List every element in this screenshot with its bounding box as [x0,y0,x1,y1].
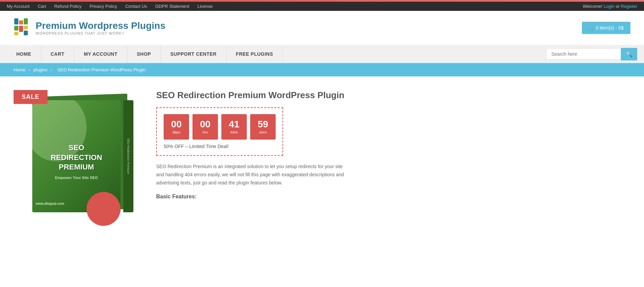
product-box: SEOREDIRECTIONPREMIUM Empower Your Site … [14,90,143,216]
timer-secs-label: secs [259,130,267,134]
timer-mins-value: 41 [229,120,239,129]
timer-mins: 41 mins [221,114,247,140]
topnav-license[interactable]: License [198,4,213,9]
breadcrumb-sep2: › [51,67,53,72]
timer-hrs: 00 hrs [192,114,218,140]
cart-header-button[interactable]: 🛒 0 item(s) - 0$ [582,22,630,34]
nav-support-center[interactable]: SUPPORT CENTER [161,45,226,63]
box-side-text: SEO Redirection Premium [127,138,130,174]
box-main-text: SEOREDIRECTIONPREMIUM [51,143,102,172]
breadcrumb-sep1: › [29,67,31,72]
topnav-contact-us[interactable]: Contact Us [125,4,147,9]
search-icon: 🔍 [626,51,632,57]
svg-rect-6 [14,32,18,35]
search-area: 🔍 [546,48,637,60]
countdown-timers: 00 days 00 hrs 41 mins 59 secs [164,114,276,140]
box-outer: SEOREDIRECTIONPREMIUM Empower Your Site … [32,90,127,216]
logo-subtitle: WORDPRESS PLUGINS THAT JUST WORK!! [36,31,165,35]
logo-area: Premium Wordpress Plugins WORDPRESS PLUG… [14,18,165,38]
nav-shop[interactable]: SHOP [127,45,161,63]
nav-cart[interactable]: CART [41,45,74,63]
svg-rect-3 [14,26,18,31]
box-front-text: SEOREDIRECTIONPREMIUM Empower Your Site … [51,133,102,180]
timer-mins-label: mins [230,130,238,134]
product-info: SEO Redirection Premium WordPress Plugin… [156,90,394,216]
top-bar-right: Welcome! Login or Register [583,4,637,9]
svg-rect-0 [14,18,18,24]
nav-items: HOME CART MY ACCOUNT SHOP SUPPORT CENTER… [7,45,283,63]
red-circle [87,192,121,226]
box-side: SEO Redirection Premium [123,100,133,212]
logo-icon [14,18,32,38]
timer-hrs-value: 00 [200,120,210,129]
nav-bar: HOME CART MY ACCOUNT SHOP SUPPORT CENTER… [0,45,644,63]
breadcrumb-current: SEO Redirection Premium WordPress Plugin [57,67,146,72]
box-bottom-text: www.dleguai.com [36,202,64,205]
timer-days-label: days [172,130,180,134]
countdown-box: 00 days 00 hrs 41 mins 59 secs 50% OFF –… [156,107,283,156]
product-description: SEO Redirection Premium is an integrated… [156,163,346,187]
nav-home[interactable]: HOME [7,45,41,63]
nav-my-account[interactable]: MY ACCOUNT [74,45,127,63]
timer-days: 00 days [164,114,189,140]
svg-rect-5 [24,26,28,29]
timer-days-value: 00 [171,120,182,129]
deal-text: 50% OFF – Limited Time Deal! [164,144,276,149]
top-bar-nav: My Account Cart Refund Policy Privacy Po… [7,4,213,9]
register-link[interactable]: Register [621,4,637,9]
welcome-text: Welcome! [583,4,603,9]
breadcrumb: Home › plugins › SEO Redirection Premium… [0,63,644,76]
svg-rect-1 [19,20,23,24]
login-link[interactable]: Login [604,4,614,9]
topnav-refund-policy[interactable]: Refund Policy [54,4,81,9]
product-image-area: SALE SEOREDIRECTIONPREMIUM Empower Your … [14,90,143,216]
search-input[interactable] [546,48,621,60]
svg-rect-4 [19,26,23,32]
timer-hrs-label: hrs [203,130,208,134]
svg-rect-7 [24,31,28,35]
search-button[interactable]: 🔍 [621,48,637,60]
topnav-gdpr[interactable]: GDPR Statement [155,4,189,9]
timer-secs-value: 59 [258,120,268,129]
breadcrumb-plugins[interactable]: plugins [33,67,47,72]
main-content: SALE SEOREDIRECTIONPREMIUM Empower Your … [0,76,407,229]
logo-title: Premium Wordpress Plugins [36,20,165,31]
or-text: or [615,4,621,9]
nav-free-plugins[interactable]: FREE PLUGINS [226,45,283,63]
basic-features-title: Basic Features: [156,194,394,200]
top-bar: My Account Cart Refund Policy Privacy Po… [0,2,644,11]
product-title: SEO Redirection Premium WordPress Plugin [156,90,394,101]
breadcrumb-home[interactable]: Home [14,67,25,72]
header: Premium Wordpress Plugins WORDPRESS PLUG… [0,11,644,45]
box-sub-text: Empower Your Site SEO [51,176,102,180]
topnav-cart[interactable]: Cart [38,4,46,9]
timer-secs: 59 secs [250,114,276,140]
topnav-my-account[interactable]: My Account [7,4,30,9]
svg-rect-2 [24,18,28,24]
sale-badge: SALE [14,90,48,104]
logo-text-area: Premium Wordpress Plugins WORDPRESS PLUG… [36,20,165,35]
topnav-privacy-policy[interactable]: Privacy Policy [90,4,117,9]
